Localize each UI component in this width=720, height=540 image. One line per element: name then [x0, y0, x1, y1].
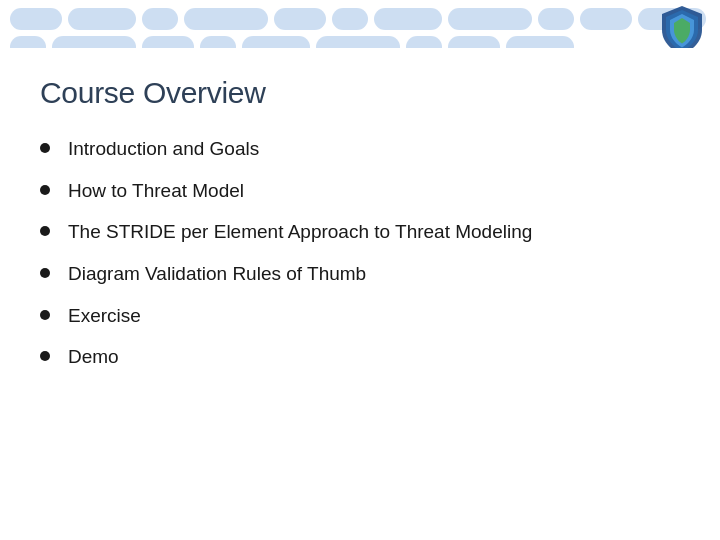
banner-pill [68, 8, 136, 30]
bullet-dot [40, 268, 50, 278]
list-item: The STRIDE per Element Approach to Threa… [40, 219, 680, 245]
banner-pill [200, 36, 236, 48]
banner-pill [538, 8, 574, 30]
banner-pill [242, 36, 310, 48]
banner-shapes [0, 0, 720, 48]
banner-pill [448, 8, 532, 30]
main-content: Course Overview Introduction and GoalsHo… [0, 48, 720, 406]
top-banner [0, 0, 720, 48]
list-item: How to Threat Model [40, 178, 680, 204]
list-item: Demo [40, 344, 680, 370]
banner-pill [10, 8, 62, 30]
bullet-text: The STRIDE per Element Approach to Threa… [68, 219, 680, 245]
list-item: Introduction and Goals [40, 136, 680, 162]
list-item: Exercise [40, 303, 680, 329]
bullet-text: Exercise [68, 303, 680, 329]
banner-pill [316, 36, 400, 48]
bullet-text: Diagram Validation Rules of Thumb [68, 261, 680, 287]
bullet-dot [40, 226, 50, 236]
banner-pill [332, 8, 368, 30]
banner-pill [448, 36, 500, 48]
bullet-dot [40, 310, 50, 320]
banner-pill [506, 36, 574, 48]
bullet-list: Introduction and GoalsHow to Threat Mode… [40, 136, 680, 370]
banner-pill [406, 36, 442, 48]
bullet-text: Introduction and Goals [68, 136, 680, 162]
banner-pill [10, 36, 46, 48]
banner-pill [580, 8, 632, 30]
shield-icon [656, 4, 708, 48]
banner-pill [142, 36, 194, 48]
banner-pill [274, 8, 326, 30]
bullet-text: Demo [68, 344, 680, 370]
shield-icon-container [656, 4, 708, 48]
page-title: Course Overview [40, 76, 680, 110]
list-item: Diagram Validation Rules of Thumb [40, 261, 680, 287]
bullet-dot [40, 185, 50, 195]
banner-pill [374, 8, 442, 30]
banner-pill [52, 36, 136, 48]
bullet-text: How to Threat Model [68, 178, 680, 204]
bullet-dot [40, 143, 50, 153]
banner-pill [142, 8, 178, 30]
bullet-dot [40, 351, 50, 361]
banner-pill [184, 8, 268, 30]
